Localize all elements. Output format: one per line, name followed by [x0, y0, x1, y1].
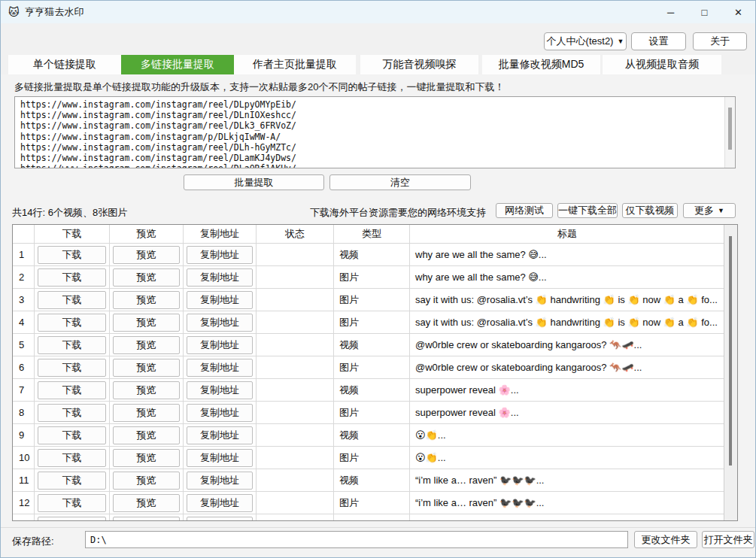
row-copy-button[interactable]: 复制地址 [187, 472, 253, 490]
row-copy-button[interactable]: 复制地址 [187, 268, 253, 287]
urlbox-scrollbar[interactable] [724, 97, 735, 168]
row-download-button[interactable]: 下载 [38, 359, 106, 377]
row-download-button[interactable]: 下载 [38, 472, 106, 490]
network-hint: 下载海外平台资源需要您的网络环境支持 [310, 206, 486, 220]
table-scrollbar-thumb[interactable] [729, 236, 732, 466]
row-preview-button[interactable]: 预览 [113, 359, 180, 377]
row-copy-button[interactable]: 复制地址 [187, 381, 253, 399]
row-preview-button[interactable]: 预览 [113, 336, 180, 354]
row-title: say it with us: @rosalia.vt’s 👏 handwrit… [410, 289, 725, 311]
row-copy-button[interactable]: 复制地址 [187, 291, 253, 309]
row-download-button[interactable]: 下载 [38, 517, 106, 521]
download-videos-only-button[interactable]: 仅下载视频 [622, 203, 678, 218]
table-scrollbar[interactable] [724, 225, 737, 520]
results-table: 下载 预览 复制地址 状态 类型 标题 1下载预览复制地址视频why are w… [12, 224, 738, 521]
row-copy-button[interactable]: 复制地址 [187, 517, 253, 521]
row-copy-cell: 复制地址 [184, 356, 257, 378]
network-test-button[interactable]: 网络测试 [496, 203, 553, 218]
row-preview-button[interactable]: 预览 [113, 426, 180, 444]
row-copy-button[interactable]: 复制地址 [187, 336, 253, 354]
row-copy-button[interactable]: 复制地址 [187, 246, 253, 264]
table-row: 9下载预览复制地址视频😮👏... [13, 424, 737, 447]
row-title: @w0rble crew or skateboarding kangaroos?… [410, 334, 725, 356]
row-status [257, 492, 334, 514]
tab-4[interactable]: 万能音视频嗅探 [360, 55, 478, 74]
row-type: 视频 [334, 424, 410, 446]
row-preview-button[interactable]: 预览 [113, 314, 180, 332]
tab-3[interactable]: 作者主页批量提取 [234, 55, 356, 74]
batch-extract-button[interactable]: 批量提取 [184, 174, 324, 190]
row-number: 4 [13, 311, 35, 333]
tab-5[interactable]: 批量修改视频MD5 [482, 55, 600, 74]
row-download-button[interactable]: 下载 [38, 291, 106, 309]
row-preview-button[interactable]: 预览 [113, 268, 180, 287]
row-copy-button[interactable]: 复制地址 [187, 359, 253, 377]
row-title: “i’m like a… raven” 🐦‍⬛🐦‍⬛🐦‍⬛... [410, 469, 725, 491]
row-preview-button[interactable]: 预览 [113, 472, 180, 490]
table-row: 12下载预览复制地址图片“i’m like a… raven” 🐦‍⬛🐦‍⬛🐦‍… [13, 492, 737, 514]
row-download-cell: 下载 [35, 311, 110, 333]
row-type: 视频 [334, 334, 410, 356]
row-preview-button[interactable]: 预览 [113, 494, 180, 512]
row-download-button[interactable]: 下载 [38, 494, 106, 512]
row-preview-cell: 预览 [110, 379, 184, 401]
row-preview-button[interactable]: 预览 [113, 404, 180, 422]
open-folder-button[interactable]: 打开文件夹 [702, 531, 754, 548]
row-number: 10 [13, 447, 35, 469]
row-number: 11 [13, 469, 35, 491]
row-copy-button[interactable]: 复制地址 [187, 404, 253, 422]
row-copy-cell: 复制地址 [184, 469, 257, 491]
row-preview-cell: 预览 [110, 334, 184, 356]
more-label: 更多 [694, 204, 714, 217]
tab-6[interactable]: 从视频提取音频 [603, 55, 721, 74]
row-download-button[interactable]: 下载 [38, 314, 106, 332]
row-download-cell: 下载 [35, 356, 110, 378]
row-preview-button[interactable]: 预览 [113, 517, 180, 521]
feature-description: 多链接批量提取是单个链接提取功能的升级版本，支持一次粘贴最多20个不同的帖子链接… [14, 80, 504, 94]
row-type: 图片 [334, 289, 410, 311]
urlbox-scrollbar-thumb[interactable] [728, 108, 732, 150]
save-path-input[interactable]: D:\ [85, 531, 628, 548]
row-copy-cell: 复制地址 [184, 492, 257, 514]
row-download-button[interactable]: 下载 [38, 426, 106, 444]
table-header-row: 下载 预览 复制地址 状态 类型 标题 [13, 225, 737, 244]
maximize-button[interactable]: □ [688, 1, 721, 23]
row-download-button[interactable]: 下载 [38, 336, 106, 354]
row-copy-button[interactable]: 复制地址 [187, 314, 253, 332]
url-input-box[interactable]: https://www.instagram.com/instagram/reel… [14, 96, 736, 168]
row-download-button[interactable]: 下载 [38, 246, 106, 264]
account-dropdown[interactable]: 个人中心(test2) ▼ [544, 32, 627, 50]
row-status [257, 289, 334, 311]
tab-2[interactable]: 多链接批量提取 [121, 55, 234, 74]
download-all-button[interactable]: 一键下载全部 [557, 203, 618, 218]
about-button[interactable]: 关于 [693, 32, 747, 50]
row-download-button[interactable]: 下载 [38, 449, 106, 467]
row-preview-button[interactable]: 预览 [113, 291, 180, 309]
tab-1[interactable]: 单个链接提取 [8, 55, 121, 74]
table-row: 4下载预览复制地址图片say it with us: @rosalia.vt’s… [13, 311, 737, 334]
close-button[interactable]: ✕ [721, 1, 755, 23]
row-copy-button[interactable]: 复制地址 [187, 449, 253, 467]
clear-button[interactable]: 清空 [329, 174, 471, 190]
row-number: 1 [13, 244, 35, 265]
row-preview-button[interactable]: 预览 [113, 246, 180, 264]
url-list-text[interactable]: https://www.instagram.com/instagram/reel… [20, 99, 723, 168]
settings-button[interactable]: 设置 [631, 32, 686, 50]
row-number: 3 [13, 289, 35, 311]
table-row: 3下载预览复制地址图片say it with us: @rosalia.vt’s… [13, 289, 737, 311]
row-copy-button[interactable]: 复制地址 [187, 426, 253, 444]
row-download-button[interactable]: 下载 [38, 381, 106, 399]
row-download-button[interactable]: 下载 [38, 268, 106, 287]
row-preview-cell: 预览 [110, 244, 184, 265]
change-folder-button[interactable]: 更改文件夹 [634, 531, 697, 548]
row-preview-cell: 预览 [110, 402, 184, 423]
row-download-button[interactable]: 下载 [38, 404, 106, 422]
row-preview-button[interactable]: 预览 [113, 381, 180, 399]
row-type: 图片 [334, 356, 410, 378]
row-preview-button[interactable]: 预览 [113, 449, 180, 467]
minimize-button[interactable]: ─ [654, 1, 688, 23]
row-status [257, 469, 334, 491]
row-copy-button[interactable]: 复制地址 [187, 494, 253, 512]
row-status [257, 447, 334, 469]
more-dropdown-button[interactable]: 更多 ▼ [683, 203, 736, 218]
